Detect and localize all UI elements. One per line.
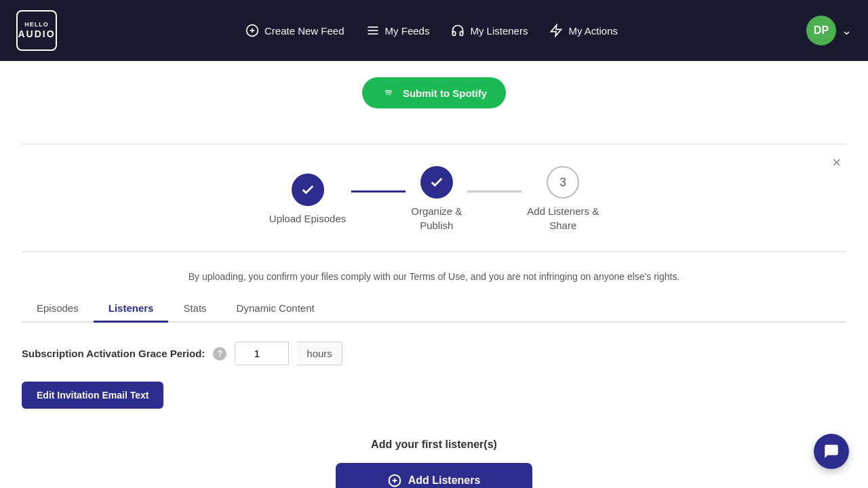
step-3-number: 3 [559,176,566,190]
add-listeners-button[interactable]: Add Listeners [336,463,532,488]
steps-container: Upload Episodes Organize &Publish 3 Add … [22,144,846,252]
nav-my-actions[interactable]: My Actions [549,24,618,37]
step-upload-label: Upload Episodes [269,211,346,226]
step-add-listeners: 3 Add Listeners &Share [527,166,599,232]
step-organize-circle [420,166,453,199]
help-icon[interactable]: ? [213,347,226,361]
plus-circle-icon [245,24,259,37]
tabs: Episodes Listeners Stats Dynamic Content [22,296,846,323]
add-listener-section: Add your first listener(s) Add Listeners [22,433,846,488]
logo-audio: AUDIO [18,28,55,40]
grace-period-input[interactable] [235,342,289,365]
plus-circle-icon-2 [388,474,401,487]
tab-dynamic-content[interactable]: Dynamic Content [222,296,330,323]
step-line-1 [351,190,406,192]
nav-create-feed-label: Create New Feed [264,25,344,37]
step-organize-label: Organize &Publish [411,204,462,232]
step-add-listeners-label: Add Listeners &Share [527,204,599,232]
step-organize: Organize &Publish [411,166,462,232]
nav-my-actions-label: My Actions [568,25,618,37]
navbar-right: DP ⌄ [806,16,852,45]
avatar-dropdown-btn[interactable]: ⌄ [842,23,852,38]
navbar: HELLO AUDIO Create New Feed My Feeds [0,0,868,61]
add-listener-title: Add your first listener(s) [371,439,497,451]
step-upload-circle [292,174,324,206]
grace-period-label: Subscription Activation Grace Period: [22,348,205,359]
main-content: Submit to Spotify Upload Episodes Organi… [0,61,868,488]
logo-hello: HELLO [24,21,49,28]
nav-create-feed[interactable]: Create New Feed [245,24,344,37]
step-add-listeners-circle: 3 [547,166,579,199]
checkmark-icon-2 [429,175,444,190]
tab-episodes[interactable]: Episodes [22,296,94,323]
listeners-content: Subscription Activation Grace Period: ? … [22,342,846,488]
logo[interactable]: HELLO AUDIO [16,10,57,51]
nav-my-feeds[interactable]: My Feeds [366,24,430,37]
edit-invitation-email-button[interactable]: Edit Invitation Email Text [22,382,163,409]
step-line-2 [467,190,521,192]
grace-period-unit: hours [297,342,342,365]
avatar[interactable]: DP [806,16,836,45]
tab-stats[interactable]: Stats [168,296,221,323]
terms-text: By uploading, you confirm your files com… [22,252,846,296]
svg-point-6 [382,87,395,99]
submit-to-spotify-button[interactable]: Submit to Spotify [362,77,506,108]
chat-fab[interactable] [814,434,849,469]
list-icon [366,24,380,37]
headphones-icon [451,24,465,37]
grace-period-row: Subscription Activation Grace Period: ? … [22,342,846,365]
add-listeners-btn-label: Add Listeners [408,474,481,487]
spotify-icon [381,85,396,100]
nav-my-listeners[interactable]: My Listeners [451,24,528,37]
nav-my-feeds-label: My Feeds [385,25,430,37]
spotify-btn-label: Submit to Spotify [403,87,487,99]
nav-my-listeners-label: My Listeners [470,25,528,37]
nav-menu: Create New Feed My Feeds My Listeners [245,24,618,37]
tab-listeners[interactable]: Listeners [94,296,169,323]
close-button[interactable]: × [832,155,841,170]
lightning-icon [549,24,563,37]
chat-icon [823,443,840,460]
step-upload: Upload Episodes [269,174,346,226]
checkmark-icon [300,182,315,197]
